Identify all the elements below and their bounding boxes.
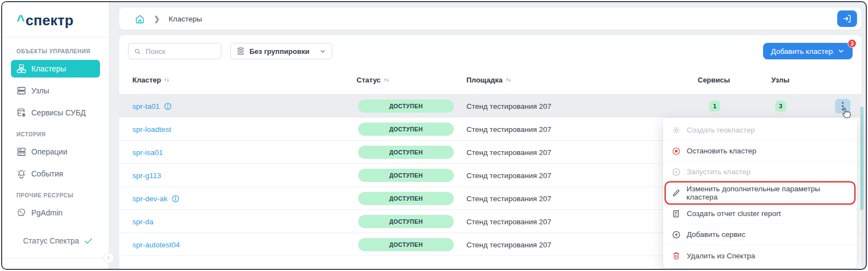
- info-icon[interactable]: [164, 102, 172, 110]
- menu-item-create-cluster-report[interactable]: Создать отчет cluster report: [663, 203, 857, 224]
- pencil-icon: [672, 189, 681, 197]
- sidebar-item-label: Узлы: [31, 86, 49, 95]
- table-header: Кластер Статус Площадка Сервисы Узлы: [119, 66, 861, 95]
- menu-item-label: Запустить кластер: [687, 168, 750, 176]
- status-badge: ДОСТУПЕН: [358, 215, 454, 228]
- cluster-link[interactable]: spr-autotest04: [132, 233, 180, 256]
- sidebar-item-settings[interactable]: Настройки: [15, 269, 100, 270]
- divider: [2, 37, 109, 37]
- column-header-cluster[interactable]: Кластер: [132, 76, 170, 84]
- status-badge: ДОСТУПЕН: [358, 146, 454, 159]
- notification-badge: 3: [848, 39, 856, 48]
- db-services-icon: [16, 108, 26, 118]
- user-icon: [15, 269, 25, 270]
- sidebar-item-clusters[interactable]: Кластеры: [11, 60, 100, 78]
- add-cluster-button[interactable]: Добавить кластер: [763, 43, 853, 59]
- sort-icon: [164, 77, 170, 83]
- status-cell: ДОСТУПЕН: [358, 187, 454, 210]
- menu-item-label: Удалить из Спектра: [687, 252, 755, 260]
- cluster-link[interactable]: spr-g113: [132, 164, 161, 187]
- menu-item-label: Изменить дополнительные параметры класте…: [687, 185, 849, 201]
- info-icon[interactable]: [171, 195, 180, 203]
- services-cell: 1: [709, 95, 720, 118]
- status-badge: ДОСТУПЕН: [358, 238, 454, 251]
- sidebar-item-nodes[interactable]: Узлы: [11, 82, 100, 99]
- site-cell: Стенд тестирования 207: [466, 95, 552, 118]
- kebab-menu-icon: [842, 102, 844, 110]
- events-icon: [16, 169, 26, 179]
- sidebar-section-objects: ОБЪЕКТЫ УПРАВЛЕНИЯ: [2, 43, 109, 59]
- chevron-left-icon: [106, 255, 112, 261]
- site-cell: Стенд тестирования 207: [466, 210, 552, 233]
- chevron-down-icon: [837, 47, 845, 55]
- site-cell: Стенд тестирования 207: [466, 164, 552, 187]
- services-count-badge[interactable]: 1: [709, 101, 720, 112]
- sidebar-item-operations[interactable]: Операции: [11, 143, 100, 161]
- cluster-link[interactable]: spr-isa01: [132, 141, 163, 164]
- breadcrumb-current: Кластеры: [169, 15, 202, 23]
- status-badge: ДОСТУПЕН: [358, 169, 454, 182]
- column-header-services: Сервисы: [698, 76, 730, 84]
- play-icon: [672, 168, 681, 176]
- sidebar-item-db-services[interactable]: Сервисы СУБД: [11, 104, 100, 121]
- sidebar-item-label: Операции: [31, 147, 68, 156]
- divider: [2, 258, 109, 258]
- menu-item-add-service[interactable]: Добавить сервис: [663, 224, 857, 245]
- vertical-scrollbar-thumb[interactable]: [860, 107, 864, 210]
- grouping-icon: [236, 47, 245, 56]
- status-badge: ДОСТУПЕН: [358, 192, 454, 205]
- chevron-right-icon: ❯: [154, 15, 160, 23]
- sidebar-item-label: Сервисы СУБД: [31, 108, 86, 117]
- sort-icon: [505, 77, 511, 83]
- spektr-status: Статус Спектра: [23, 236, 100, 246]
- nodes-cell: 3: [775, 95, 786, 118]
- add-cluster-label: Добавить кластер: [771, 47, 833, 56]
- column-header-site[interactable]: Площадка: [466, 76, 511, 84]
- search-icon: [134, 47, 141, 56]
- report-icon: [672, 209, 681, 218]
- grouping-value: Без группировки: [249, 47, 315, 56]
- chevron-down-icon: [319, 48, 326, 55]
- sidebar-collapse-button[interactable]: [103, 252, 114, 263]
- trash-icon: [672, 251, 681, 260]
- menu-item-start-cluster: Запустить кластер: [663, 162, 857, 182]
- row-actions-kebab-button[interactable]: [835, 99, 850, 113]
- breadcrumb-bar: ❯ Кластеры: [119, 8, 861, 30]
- cluster-link[interactable]: spr-da: [132, 210, 153, 233]
- search-input[interactable]: [146, 47, 215, 56]
- status-cell: ДОСТУПЕН: [358, 141, 454, 164]
- sidebar-item-pgadmin[interactable]: PgAdmin: [11, 204, 100, 222]
- column-header-nodes: Узлы: [771, 76, 789, 84]
- status-cell: ДОСТУПЕН: [358, 164, 454, 187]
- search-box: [128, 43, 221, 59]
- sidebar-section-history: ИСТОРИЯ: [2, 126, 109, 142]
- site-cell: Стенд тестирования 207: [466, 187, 552, 210]
- menu-item-label: Остановить кластер: [687, 147, 756, 155]
- column-header-status[interactable]: Статус: [357, 76, 390, 84]
- grouping-select[interactable]: Без группировки: [230, 43, 332, 59]
- cluster-link[interactable]: spr-loadtest: [132, 118, 171, 141]
- app-logo: ^спектр: [2, 2, 109, 37]
- logout-button[interactable]: [837, 10, 857, 27]
- nodes-count-badge[interactable]: 3: [775, 101, 786, 112]
- row-actions-menu: Создать геокластер Остановить кластер За…: [663, 118, 857, 268]
- menu-item-stop-cluster[interactable]: Остановить кластер: [663, 141, 857, 162]
- menu-item-label: Добавить сервис: [687, 230, 745, 239]
- app-window: ^спектр ОБЪЕКТЫ УПРАВЛЕНИЯ Кластеры Узлы…: [1, 1, 867, 270]
- status-label: Статус Спектра: [23, 236, 79, 245]
- menu-item-label: Создать отчет cluster report: [687, 209, 781, 218]
- sidebar-item-events[interactable]: События: [11, 165, 100, 182]
- status-cell: ДОСТУПЕН: [358, 233, 454, 256]
- toolbar: Без группировки Добавить кластер 3: [119, 35, 861, 66]
- cluster-link[interactable]: spr-ta01: [132, 95, 172, 118]
- menu-item-edit-extra-params[interactable]: Изменить дополнительные параметры класте…: [666, 182, 854, 203]
- home-icon[interactable]: [135, 14, 145, 24]
- status-cell: ДОСТУПЕН: [358, 118, 454, 141]
- cluster-link[interactable]: spr-dev-ak: [132, 187, 180, 210]
- status-cell: ДОСТУПЕН: [358, 210, 454, 233]
- menu-item-delete-from-spektr[interactable]: Удалить из Спектра: [663, 245, 857, 266]
- menu-item-label: Создать геокластер: [687, 126, 755, 134]
- sidebar-item-label: PgAdmin: [31, 208, 63, 217]
- sidebar-item-label: Кластеры: [31, 64, 66, 73]
- status-cell: ДОСТУПЕН: [358, 95, 454, 118]
